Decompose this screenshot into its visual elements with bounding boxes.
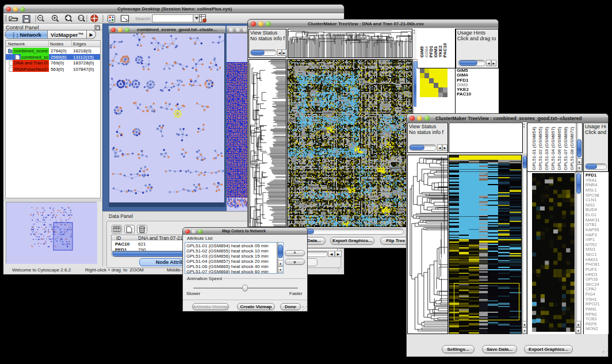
svg-text:Search:: Search: (135, 16, 151, 21)
svg-text:1:1: 1:1 (79, 16, 83, 20)
